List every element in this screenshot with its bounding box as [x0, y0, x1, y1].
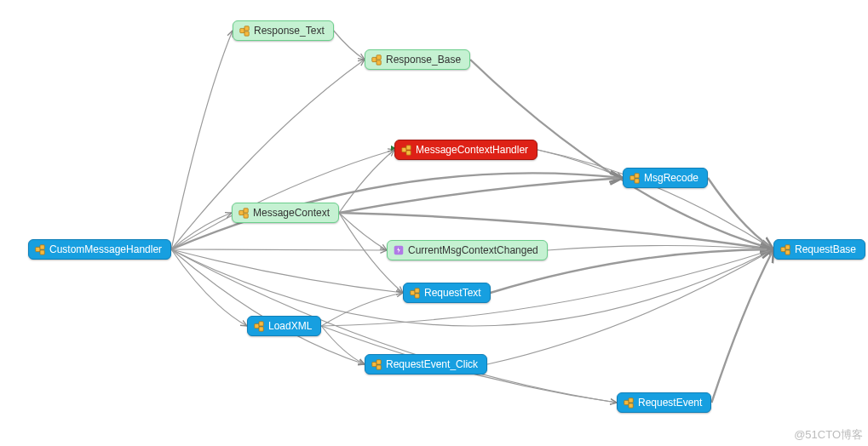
svg-rect-16 — [239, 210, 244, 214]
svg-rect-24 — [415, 289, 419, 293]
node-label: RequestBase — [795, 243, 856, 255]
svg-rect-7 — [372, 57, 377, 61]
svg-rect-21 — [785, 245, 790, 249]
edge — [171, 249, 617, 403]
edge — [548, 245, 773, 250]
svg-rect-14 — [635, 174, 639, 178]
svg-rect-12 — [406, 151, 411, 155]
svg-rect-34 — [629, 403, 633, 408]
node-messageContext[interactable]: MessageContext — [232, 203, 339, 223]
edge — [708, 178, 773, 249]
node-label: CustomMessageHandler — [49, 243, 162, 255]
edge — [711, 249, 773, 403]
svg-rect-25 — [415, 294, 419, 298]
class-icon — [34, 243, 46, 255]
node-requestText[interactable]: RequestText — [403, 283, 491, 303]
class-icon — [629, 172, 641, 184]
node-responseBase[interactable]: Response_Base — [365, 49, 470, 70]
node-label: Response_Base — [386, 54, 461, 66]
edge — [171, 249, 403, 293]
node-requestEvent[interactable]: RequestEvent — [617, 392, 711, 413]
edge — [171, 249, 247, 326]
node-loadXml[interactable]: LoadXML — [247, 316, 321, 336]
svg-rect-23 — [411, 290, 415, 294]
svg-rect-28 — [259, 327, 263, 331]
node-label: MessageContextHandler — [416, 144, 528, 156]
edge — [537, 150, 773, 249]
svg-rect-32 — [624, 400, 629, 404]
svg-rect-9 — [377, 60, 381, 65]
svg-rect-26 — [255, 323, 259, 328]
node-requestBase[interactable]: RequestBase — [773, 239, 865, 260]
class-icon — [393, 244, 405, 256]
svg-rect-15 — [635, 179, 639, 183]
edge — [537, 150, 623, 178]
svg-rect-4 — [240, 28, 244, 32]
node-label: MessageContext — [253, 207, 330, 219]
node-label: Response_Text — [254, 25, 325, 37]
class-icon — [253, 320, 265, 332]
svg-rect-22 — [785, 250, 790, 254]
class-icon — [239, 25, 250, 37]
svg-rect-33 — [629, 398, 633, 403]
svg-rect-18 — [244, 214, 248, 218]
node-label: RequestEvent_Click — [386, 358, 478, 370]
edge — [321, 249, 773, 326]
node-label: RequestEvent — [638, 397, 702, 409]
node-customMessageHandler[interactable]: CustomMessageHandler — [28, 239, 171, 260]
node-requestEventClick[interactable]: RequestEvent_Click — [365, 354, 487, 375]
node-messageContextHandler[interactable]: MessageContextHandler — [394, 140, 537, 160]
edge — [171, 150, 394, 249]
edge — [339, 150, 394, 213]
node-currentMsgCtxChanged[interactable]: CurrentMsgContextChanged — [387, 240, 548, 260]
edge — [321, 326, 365, 364]
edge — [339, 178, 623, 213]
svg-rect-29 — [372, 362, 377, 366]
svg-rect-1 — [36, 247, 40, 251]
svg-rect-31 — [377, 365, 381, 369]
edge — [339, 213, 387, 250]
edge — [487, 249, 773, 364]
svg-rect-20 — [781, 247, 785, 251]
node-label: CurrentMsgContextChanged — [408, 244, 538, 256]
svg-rect-30 — [377, 360, 381, 364]
svg-rect-6 — [244, 31, 249, 36]
class-icon — [623, 397, 635, 409]
class-icon — [371, 358, 382, 370]
svg-rect-27 — [259, 322, 263, 326]
class-icon — [238, 207, 250, 219]
class-icon — [371, 54, 382, 66]
svg-rect-2 — [40, 245, 44, 249]
watermark: @51CTO博客 — [794, 427, 863, 443]
svg-rect-11 — [406, 146, 411, 150]
edge — [171, 31, 233, 249]
class-icon — [400, 144, 412, 156]
edge — [321, 293, 403, 326]
svg-rect-13 — [630, 175, 635, 180]
node-label: LoadXML — [268, 320, 312, 332]
node-msgRecode[interactable]: MsgRecode — [623, 168, 708, 188]
svg-rect-17 — [244, 209, 248, 213]
edge — [334, 31, 365, 60]
node-label: MsgRecode — [644, 172, 698, 184]
svg-rect-8 — [377, 55, 381, 60]
svg-rect-3 — [40, 250, 44, 254]
node-responseText[interactable]: Response_Text — [233, 20, 334, 41]
edge — [171, 249, 387, 250]
edge — [171, 213, 232, 249]
class-icon — [409, 287, 421, 299]
class-icon — [779, 243, 791, 255]
node-label: RequestText — [424, 287, 481, 299]
svg-rect-5 — [244, 26, 249, 31]
edge — [171, 249, 365, 364]
svg-rect-10 — [402, 147, 406, 152]
